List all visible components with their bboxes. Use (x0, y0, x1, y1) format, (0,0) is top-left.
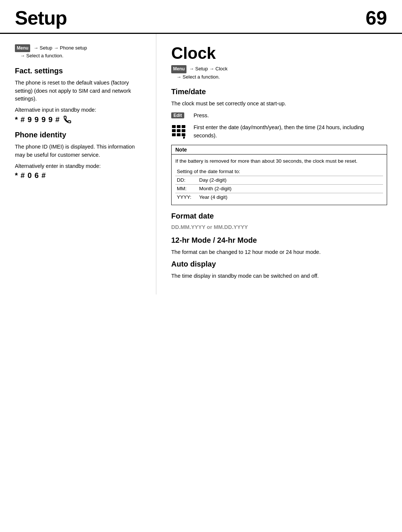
numpad-icon (171, 124, 186, 139)
edit-instruction-row: Edit Press. (171, 112, 387, 120)
hr-mode-heading: 12-hr Mode / 24-hr Mode (171, 236, 387, 245)
phone-identity-section: Phone identity The phone ID (IMEI) is di… (15, 131, 145, 180)
left-breadcrumb: Menu → Setup → Phone setup → Select a fu… (15, 44, 145, 60)
fact-settings-alt-label: Alternative input in standby mode: (15, 107, 145, 113)
phone-identity-text: The phone ID (IMEI) is displayed. This i… (15, 143, 145, 159)
phone-identity-code: * # 0 6 # (15, 171, 145, 180)
svg-rect-5 (182, 129, 185, 132)
right-breadcrumb: Menu → Setup → Clock → Select a function… (171, 65, 387, 81)
svg-rect-8 (182, 133, 185, 136)
menu-badge-left: Menu (15, 44, 30, 52)
note-dd-code: DD: (175, 176, 198, 184)
note-row-mm: MM: Month (2-digit) (175, 185, 383, 193)
note-box: Note If the battery is removed for more … (171, 145, 387, 205)
left-breadcrumb-path: → Setup → Phone setup (34, 45, 87, 51)
fact-settings-section: Fact. settings The phone is reset to the… (15, 67, 145, 124)
edit-press-text: Press. (194, 112, 387, 120)
hr-mode-text: The format can be changed to 12 hour mod… (171, 248, 387, 257)
note-yyyy-code: YYYY: (175, 193, 198, 202)
auto-display-text: The time display in standby mode can be … (171, 272, 387, 280)
auto-display-section: Auto display The time display in standby… (171, 260, 387, 280)
time-date-text: The clock must be set correctly once at … (171, 100, 387, 108)
left-breadcrumb-sub: → Select a function. (20, 53, 63, 58)
page: Setup 69 Menu → Setup → Phone setup → Se… (0, 0, 402, 532)
menu-badge-right: Menu (171, 65, 186, 73)
note-line1: If the battery is removed for more than … (175, 157, 383, 165)
svg-rect-7 (177, 133, 181, 136)
hr-mode-section: 12-hr Mode / 24-hr Mode The format can b… (171, 236, 387, 257)
svg-rect-1 (177, 125, 181, 128)
page-title: Setup (15, 7, 67, 29)
note-table: Setting of the date format to: DD: Day (… (175, 168, 383, 202)
note-format-label: Setting of the date format to: (175, 168, 383, 176)
format-date-codes: DD.MM.YYYY or MM.DD.YYYY (171, 224, 387, 230)
numpad-icon-cell (171, 124, 188, 139)
phone-identity-heading: Phone identity (15, 131, 145, 139)
svg-rect-2 (182, 125, 185, 128)
page-number: 69 (366, 7, 387, 29)
fact-settings-code: * # 9 9 9 9 # (15, 115, 145, 124)
numpad-instruction-text: First enter the date (day/month/year), t… (194, 124, 387, 140)
svg-rect-6 (172, 133, 176, 136)
note-header: Note (172, 145, 387, 154)
right-breadcrumb-path: → Setup → Clock (189, 66, 227, 71)
note-content: If the battery is removed for more than … (172, 154, 387, 204)
note-row-yyyy: YYYY: Year (4 digit) (175, 193, 383, 202)
format-date-section: Format date DD.MM.YYYY or MM.DD.YYYY (171, 212, 387, 230)
phone-icon (63, 115, 72, 124)
svg-rect-0 (172, 125, 176, 128)
edit-badge: Edit (171, 112, 184, 118)
note-dd-desc: Day (2-digit) (198, 176, 383, 184)
content-columns: Menu → Setup → Phone setup → Select a fu… (0, 34, 402, 294)
left-column: Menu → Setup → Phone setup → Select a fu… (0, 34, 156, 294)
note-row-dd: DD: Day (2-digit) (175, 176, 383, 184)
note-mm-desc: Month (2-digit) (198, 185, 383, 193)
clock-heading: Clock (171, 44, 387, 62)
note-mm-code: MM: (175, 185, 198, 193)
note-format-label-row: Setting of the date format to: (175, 168, 383, 176)
fact-settings-heading: Fact. settings (15, 67, 145, 75)
fact-settings-code-text: * # 9 9 9 9 # (15, 115, 60, 124)
fact-settings-text: The phone is reset to the default values… (15, 79, 145, 103)
time-date-section: Time/date The clock must be set correctl… (171, 87, 387, 140)
format-date-heading: Format date (171, 212, 387, 220)
auto-display-heading: Auto display (171, 260, 387, 268)
right-breadcrumb-sub: → Select a function. (176, 74, 220, 80)
phone-identity-alt-label: Alternatively enter in standby mode: (15, 163, 145, 169)
time-date-heading: Time/date (171, 87, 387, 96)
phone-identity-code-text: * # 0 6 # (15, 171, 46, 180)
numpad-instruction-row: First enter the date (day/month/year), t… (171, 124, 387, 140)
svg-rect-4 (177, 129, 181, 132)
note-yyyy-desc: Year (4 digit) (198, 193, 383, 202)
page-header: Setup 69 (0, 0, 402, 34)
svg-rect-3 (172, 129, 176, 132)
edit-icon-cell: Edit (171, 112, 188, 118)
right-column: Clock Menu → Setup → Clock → Select a fu… (156, 34, 402, 294)
